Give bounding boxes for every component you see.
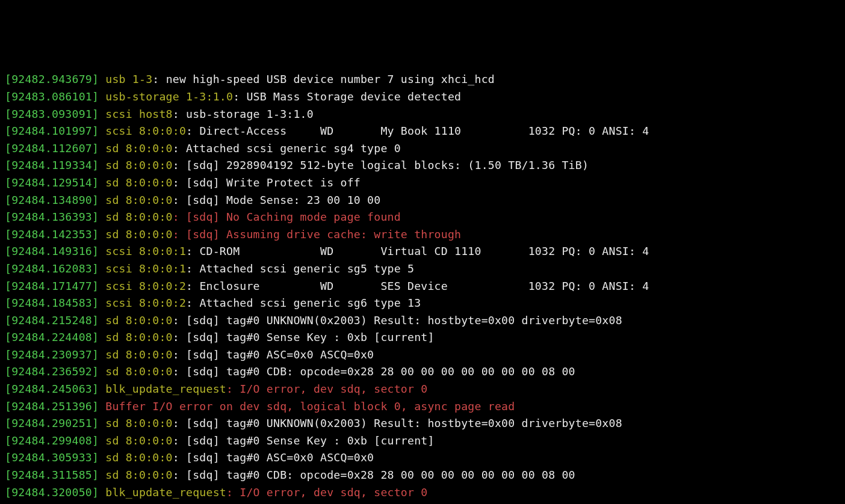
log-source: sd 8:0:0:0 — [105, 159, 173, 171]
log-line: [92484.236592] sd 8:0:0:0: [sdq] tag#0 C… — [5, 363, 840, 381]
log-line: [92484.101997] scsi 8:0:0:0: Direct-Acce… — [5, 123, 840, 140]
log-message: : Enclosure WD SES Device 1032 PQ: 0 ANS… — [186, 280, 649, 292]
log-message: : USB Mass Storage device detected — [233, 90, 461, 103]
log-source: sd 8:0:0:0 — [105, 211, 173, 223]
log-line: [92484.251396] Buffer I/O error on dev s… — [5, 398, 840, 416]
log-source: scsi host8 — [105, 108, 173, 120]
log-source: sd 8:0:0:0 — [105, 434, 173, 447]
log-message: : Attached scsi generic sg4 type 0 — [173, 142, 401, 155]
log-message: : usb-storage 1-3:1.0 — [173, 108, 314, 120]
log-line: [92484.184583] scsi 8:0:0:2: Attached sc… — [5, 295, 840, 312]
log-source: scsi 8:0:0:1 — [105, 262, 186, 275]
log-line: [92484.215248] sd 8:0:0:0: [sdq] tag#0 U… — [5, 312, 840, 330]
log-message: : [sdq] tag#0 UNKNOWN(0x2003) Result: ho… — [173, 314, 622, 327]
log-line: [92484.129514] sd 8:0:0:0: [sdq] Write P… — [5, 174, 840, 192]
log-message: : Direct-Access WD My Book 1110 1032 PQ:… — [186, 124, 649, 137]
log-timestamp: [92484.245063] — [5, 383, 99, 395]
log-message: : [sdq] tag#0 Sense Key : 0xb [current] — [173, 331, 441, 343]
log-line: [92484.162083] scsi 8:0:0:1: Attached sc… — [5, 260, 840, 278]
log-timestamp: [92484.251396] — [5, 400, 99, 413]
log-timestamp: [92484.311585] — [5, 469, 99, 481]
log-timestamp: [92484.134890] — [5, 194, 99, 206]
log-timestamp: [92484.236592] — [5, 365, 99, 378]
log-timestamp: [92484.184583] — [5, 297, 99, 309]
log-timestamp: [92484.162083] — [5, 262, 99, 275]
log-source: sd 8:0:0:0 — [105, 365, 173, 378]
log-source: sd 8:0:0:0 — [105, 142, 173, 155]
log-message: : Attached scsi generic sg6 type 13 — [186, 297, 421, 309]
log-timestamp: [92483.093091] — [5, 108, 99, 120]
log-message: : CD-ROM WD Virtual CD 1110 1032 PQ: 0 A… — [186, 245, 649, 257]
log-line: [92484.245063] blk_update_request: I/O e… — [5, 381, 840, 398]
log-timestamp: [92484.224408] — [5, 331, 99, 343]
log-line: [92484.149316] scsi 8:0:0:1: CD-ROM WD V… — [5, 243, 840, 260]
log-message: : [sdq] Mode Sense: 23 00 10 00 — [173, 194, 381, 206]
log-message: : [sdq] 2928904192 512-byte logical bloc… — [173, 159, 589, 171]
log-line: [92484.326366] Buffer I/O error on dev s… — [5, 501, 840, 504]
log-timestamp: [92484.101997] — [5, 124, 99, 137]
log-timestamp: [92484.129514] — [5, 176, 99, 189]
log-timestamp: [92484.112607] — [5, 142, 99, 155]
log-timestamp: [92484.119334] — [5, 159, 99, 171]
log-message: : [sdq] tag#0 Sense Key : 0xb [current] — [173, 434, 441, 447]
log-timestamp: [92484.299408] — [5, 434, 99, 447]
log-line: [92484.119334] sd 8:0:0:0: [sdq] 2928904… — [5, 157, 840, 174]
log-line: [92484.320050] blk_update_request: I/O e… — [5, 484, 840, 502]
log-source: blk_update_request — [105, 486, 226, 499]
log-timestamp: [92484.171477] — [5, 280, 99, 292]
log-message: : I/O error, dev sdq, sector 0 — [226, 383, 428, 395]
log-source: scsi 8:0:0:2 — [105, 297, 186, 309]
log-message: Buffer I/O error on dev sdq, logical blo… — [105, 400, 515, 413]
dmesg-log: [92482.943679] usb 1-3: new high-speed U… — [5, 71, 840, 504]
log-message: : I/O error, dev sdq, sector 0 — [226, 486, 428, 499]
log-line: [92484.311585] sd 8:0:0:0: [sdq] tag#0 C… — [5, 467, 840, 484]
log-line: [92484.134890] sd 8:0:0:0: [sdq] Mode Se… — [5, 192, 840, 209]
log-timestamp: [92482.943679] — [5, 73, 99, 85]
log-message: : Attached scsi generic sg5 type 5 — [186, 262, 414, 275]
log-message: : [sdq] tag#0 CDB: opcode=0x28 28 00 00 … — [173, 469, 575, 481]
log-timestamp: [92484.142353] — [5, 228, 99, 241]
log-line: [92483.093091] scsi host8: usb-storage 1… — [5, 106, 840, 123]
log-source: scsi 8:0:0:0 — [105, 124, 186, 137]
log-message: : [sdq] Assuming drive cache: write thro… — [173, 228, 461, 241]
log-timestamp: [92484.320050] — [5, 486, 99, 499]
log-source: sd 8:0:0:0 — [105, 331, 173, 343]
log-line: [92484.305933] sd 8:0:0:0: [sdq] tag#0 A… — [5, 449, 840, 467]
log-timestamp: [92484.230937] — [5, 348, 99, 361]
log-source: sd 8:0:0:0 — [105, 417, 173, 429]
log-line: [92484.299408] sd 8:0:0:0: [sdq] tag#0 S… — [5, 432, 840, 450]
log-line: [92484.171477] scsi 8:0:0:2: Enclosure W… — [5, 278, 840, 295]
log-timestamp: [92484.290251] — [5, 417, 99, 429]
log-source: sd 8:0:0:0 — [105, 176, 173, 189]
log-line: [92484.142353] sd 8:0:0:0: [sdq] Assumin… — [5, 226, 840, 244]
log-message: : [sdq] tag#0 UNKNOWN(0x2003) Result: ho… — [173, 417, 622, 429]
log-timestamp: [92484.215248] — [5, 314, 99, 327]
log-source: sd 8:0:0:0 — [105, 348, 173, 361]
log-message: : [sdq] tag#0 ASC=0x0 ASCQ=0x0 — [173, 348, 374, 361]
log-message: : [sdq] tag#0 ASC=0x0 ASCQ=0x0 — [173, 451, 374, 464]
log-message: : [sdq] Write Protect is off — [173, 176, 361, 189]
log-source: blk_update_request — [105, 383, 226, 395]
log-timestamp: [92484.305933] — [5, 451, 99, 464]
log-timestamp: [92484.136393] — [5, 211, 99, 223]
log-timestamp: [92483.086101] — [5, 90, 99, 103]
log-line: [92484.290251] sd 8:0:0:0: [sdq] tag#0 U… — [5, 415, 840, 432]
log-line: [92484.136393] sd 8:0:0:0: [sdq] No Cach… — [5, 209, 840, 226]
log-line: [92482.943679] usb 1-3: new high-speed U… — [5, 71, 840, 88]
log-line: [92484.230937] sd 8:0:0:0: [sdq] tag#0 A… — [5, 346, 840, 364]
log-source: sd 8:0:0:0 — [105, 194, 173, 206]
log-message: : [sdq] No Caching mode page found — [173, 211, 401, 223]
log-source: scsi 8:0:0:1 — [105, 245, 186, 257]
log-line: [92484.224408] sd 8:0:0:0: [sdq] tag#0 S… — [5, 329, 840, 346]
log-source: scsi 8:0:0:2 — [105, 280, 186, 292]
log-source: usb-storage 1-3:1.0 — [105, 90, 233, 103]
log-timestamp: [92484.149316] — [5, 245, 99, 257]
log-source: sd 8:0:0:0 — [105, 469, 173, 481]
log-line: [92484.112607] sd 8:0:0:0: Attached scsi… — [5, 140, 840, 158]
log-source: usb 1-3 — [105, 73, 152, 85]
log-source: sd 8:0:0:0 — [105, 228, 173, 241]
log-message: : [sdq] tag#0 CDB: opcode=0x28 28 00 00 … — [173, 365, 575, 378]
log-message: : new high-speed USB device number 7 usi… — [152, 73, 495, 85]
log-source: sd 8:0:0:0 — [105, 451, 173, 464]
log-source: sd 8:0:0:0 — [105, 314, 173, 327]
